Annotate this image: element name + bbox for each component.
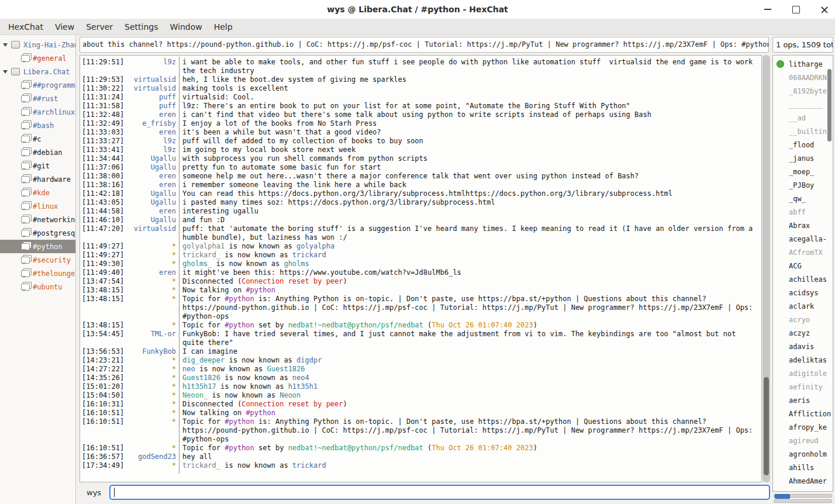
- user-row[interactable]: aclark: [773, 299, 833, 313]
- menu-item-settings[interactable]: Settings: [119, 19, 164, 35]
- close-button[interactable]: [816, 2, 831, 17]
- timestamp: [11:49:27]: [82, 251, 124, 260]
- expander-icon[interactable]: [3, 43, 8, 47]
- user-row[interactable]: acryo: [773, 313, 833, 326]
- message-segment: im going to my local book store next wee…: [182, 146, 356, 154]
- message-segment: Topic for: [182, 321, 225, 329]
- timestamp: [11:49:30]: [82, 260, 124, 268]
- message-segment: set by: [254, 444, 288, 452]
- message-input[interactable]: [109, 485, 770, 500]
- tree-server-Xing-Hai-Zhan[interactable]: Xing-Hai-Zhan: [0, 38, 75, 51]
- tree-channel-bash[interactable]: #bash: [0, 119, 75, 132]
- tree-channel-rust[interactable]: ##rust: [0, 92, 75, 105]
- user-row[interactable]: agronholm: [773, 447, 833, 461]
- message-segment: neo4: [292, 374, 309, 382]
- chat-line-gutter: [11:46:10]Ugallu: [82, 216, 179, 225]
- user-row[interactable]: _PJBoy: [773, 178, 833, 192]
- tree-channel-hardware[interactable]: #hardware: [0, 172, 75, 186]
- user-row[interactable]: _janus: [773, 151, 833, 165]
- tree-channel-security[interactable]: #security: [0, 253, 75, 267]
- userlist-scrollbar[interactable]: [827, 56, 832, 491]
- user-row[interactable]: aeris: [773, 393, 833, 407]
- user-row[interactable]: achilleas: [773, 272, 833, 286]
- user-row[interactable]: adavis: [773, 340, 833, 353]
- menu-item-view[interactable]: View: [49, 19, 80, 35]
- minimize-button[interactable]: [760, 2, 775, 17]
- chat-line-gutter: [11:49:27]*: [82, 251, 179, 260]
- message-segment: someone help me out here...wasn't there …: [182, 172, 639, 180]
- chat-line-gutter: [11:30:22]virtualsid: [82, 84, 179, 93]
- user-row[interactable]: Abrax: [773, 219, 833, 232]
- user-row[interactable]: 068AADRKN: [773, 71, 833, 84]
- user-row[interactable]: ACfromTX: [773, 246, 833, 259]
- user-row[interactable]: AhmedAmer: [773, 474, 833, 488]
- chat-line: [14:27:22]*neo is now known as Guest1826: [82, 365, 760, 374]
- message-segment: ): [533, 444, 537, 452]
- message-segment: neo: [182, 365, 195, 373]
- tree-channel-python[interactable]: #python: [0, 240, 75, 253]
- timestamp: [14:35:26]: [82, 374, 124, 382]
- user-row[interactable]: litharge: [773, 57, 833, 71]
- tree-channel-thelounge[interactable]: #thelounge: [0, 267, 75, 280]
- user-nick: aefinity: [789, 383, 823, 391]
- op-status-slot: [777, 127, 784, 135]
- tree-channel-archlinux[interactable]: #archlinux: [0, 105, 75, 119]
- nick: l9z: [163, 146, 176, 154]
- tree-channel-git[interactable]: #git: [0, 159, 75, 172]
- text-caret: [114, 488, 115, 497]
- topic-input[interactable]: about this channel? https://pound-python…: [80, 37, 769, 53]
- tree-server-Libera.Chat[interactable]: Libera.Chat: [0, 65, 75, 78]
- timestamp: [16:10:51]: [82, 409, 124, 417]
- chat-line: [11:38:00]erensomeone help me out here..…: [82, 172, 760, 181]
- user-row[interactable]: ahills: [773, 461, 833, 474]
- tree-channel-linux[interactable]: #linux: [0, 199, 75, 213]
- user-row[interactable]: _8192byte: [773, 84, 833, 98]
- menu-item-hexchat[interactable]: HexChat: [2, 19, 49, 35]
- tree-channel-networking[interactable]: #networking: [0, 213, 75, 226]
- message-segment: trickard_: [182, 251, 220, 259]
- tree-channel-programming[interactable]: ##programming: [0, 78, 75, 92]
- own-nick-button[interactable]: wys: [87, 488, 101, 497]
- user-row[interactable]: Affliction: [773, 407, 833, 420]
- user-row[interactable]: __builtin: [773, 125, 833, 138]
- user-row[interactable]: acidsys: [773, 286, 833, 299]
- tree-channel-c[interactable]: #c: [0, 132, 75, 146]
- userlist-scrollbar-thumb[interactable]: [827, 69, 831, 141]
- nick: eren: [159, 172, 176, 181]
- nick: virtualsid: [134, 84, 176, 93]
- user-row[interactable]: agireud: [773, 434, 833, 447]
- timestamp: [16:10:31]: [82, 400, 124, 409]
- chat-line: [11:46:10]Ugalluand fun :D: [82, 216, 760, 225]
- user-row[interactable]: _moep_: [773, 165, 833, 178]
- user-row[interactable]: adigitole: [773, 367, 833, 380]
- user-row[interactable]: __ad: [773, 111, 833, 125]
- tree-channel-debian[interactable]: #debian: [0, 146, 75, 159]
- chat-scrollbar-thumb[interactable]: [764, 377, 769, 475]
- timestamp: [11:33:41]: [82, 146, 124, 154]
- user-row[interactable]: abff: [773, 205, 833, 219]
- user-row[interactable]: adeliktas: [773, 353, 833, 367]
- user-row[interactable]: _flood: [773, 138, 833, 151]
- user-row[interactable]: ACG: [773, 259, 833, 272]
- chat-line: [11:31:24]puffvirtualsid: Cool.: [82, 93, 760, 102]
- nick: *: [172, 295, 176, 321]
- menu-item-server[interactable]: Server: [80, 19, 119, 35]
- nick: *: [172, 461, 176, 470]
- menu-item-window[interactable]: Window: [164, 19, 208, 35]
- maximize-button[interactable]: [788, 2, 803, 17]
- tree-channel-general[interactable]: #general: [0, 51, 75, 65]
- chat-scrollbar[interactable]: [762, 55, 770, 482]
- user-row[interactable]: afropy_ke: [773, 420, 833, 434]
- user-row[interactable]: _qw_: [773, 192, 833, 205]
- tree-channel-ubuntu[interactable]: #ubuntu: [0, 280, 75, 294]
- user-row[interactable]: ________: [773, 98, 833, 111]
- channel-icon: [21, 216, 30, 223]
- tree-channel-postgresql[interactable]: #postgresql: [0, 226, 75, 240]
- user-row[interactable]: acegalla-: [773, 232, 833, 246]
- expander-icon[interactable]: [3, 70, 8, 74]
- user-nick: 068AADRKN: [789, 74, 827, 82]
- user-row[interactable]: aczyz: [773, 326, 833, 340]
- tree-channel-kde[interactable]: #kde: [0, 186, 75, 199]
- user-row[interactable]: aefinity: [773, 380, 833, 393]
- menu-item-help[interactable]: Help: [208, 19, 239, 35]
